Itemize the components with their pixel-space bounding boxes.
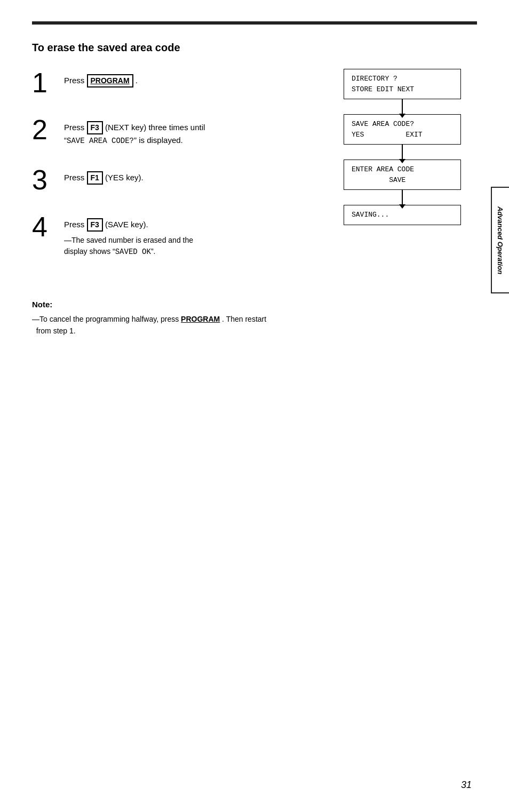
step-content-1: Press PROGRAM . [64,69,138,87]
step1-text-before: Press [64,76,87,85]
note-section: Note: —To cancel the programming halfway… [32,298,477,337]
flowchart-box-1: DIRECTORY ? STORE EDIT NEXT [344,69,461,99]
page: To erase the saved area code 1 Press PRO… [0,0,509,812]
side-label: Advanced Operation [491,187,509,293]
step-number-4: 4 [32,213,55,241]
flowchart-box-3: ENTER AREA CODE SAVE [344,160,461,190]
note-line1: —To cancel the programming halfway, pres… [32,315,181,323]
top-border [32,21,477,25]
flowchart-box-2: SAVE AREA CODE? YES EXIT [344,114,461,145]
step-4: 4 Press F3 (SAVE key). —The saved number… [32,213,317,258]
side-label-text: Advanced Operation [497,206,505,274]
step-content-2: Press F3 (NEXT key) three times until“SA… [64,116,205,147]
flowchart-arrow-2 [402,145,403,160]
step1-text-after: . [136,76,138,85]
step4-text-before: Press [64,220,87,229]
flowchart-box2-line2: YES EXIT [352,131,423,139]
step1-key-program: PROGRAM [87,74,133,87]
note-title: Note: [32,298,477,311]
note-key-program: PROGRAM [181,315,220,323]
step4-key-f3: F3 [87,218,103,232]
flowchart-box1-line2: STORE EDIT NEXT [352,85,414,93]
flowchart-column: DIRECTORY ? STORE EDIT NEXT SAVE AREA CO… [328,69,477,225]
step-content-3: Press F1 (YES key). [64,166,144,185]
step4-sub-detail: —The saved number is erased and thedispl… [64,235,193,258]
flowchart: DIRECTORY ? STORE EDIT NEXT SAVE AREA CO… [328,69,477,225]
step3-text-after: (YES key). [105,173,144,182]
step-3: 3 Press F1 (YES key). [32,166,317,194]
step2-text-after: ” is displayed. [134,136,183,145]
step2-key-f3: F3 [87,121,103,134]
step-2: 2 Press F3 (NEXT key) three times until“… [32,116,317,147]
flowchart-arrow-1 [402,99,403,114]
step2-code: SAVE AREA CODE? [67,137,134,145]
step3-text-before: Press [64,173,87,182]
flowchart-box1-line1: DIRECTORY ? [352,75,397,83]
flowchart-box3-line1: ENTER AREA CODE [352,165,414,173]
steps-column: 1 Press PROGRAM . 2 Press F3 (NEXT key) … [32,69,328,277]
section-title: To erase the saved area code [32,42,477,54]
step-content-4: Press F3 (SAVE key). —The saved number i… [64,213,193,258]
page-number: 31 [461,779,472,791]
step2-text-before: Press [64,123,87,132]
flowchart-arrow-3 [402,190,403,205]
step-number-2: 2 [32,116,55,144]
flowchart-box3-line2: SAVE [352,176,405,184]
step3-key-f1: F1 [87,171,103,185]
note-text: —To cancel the programming halfway, pres… [32,313,477,337]
main-content: 1 Press PROGRAM . 2 Press F3 (NEXT key) … [32,69,477,277]
step4-text-after: (SAVE key). [105,220,148,229]
step-number-1: 1 [32,69,55,97]
flowchart-box4-line1: SAVING... [352,211,389,219]
step-1: 1 Press PROGRAM . [32,69,317,97]
flowchart-box2-line1: SAVE AREA CODE? [352,120,414,128]
step-number-3: 3 [32,166,55,194]
step4-sub-line1: —The saved number is erased and thedispl… [64,236,193,256]
